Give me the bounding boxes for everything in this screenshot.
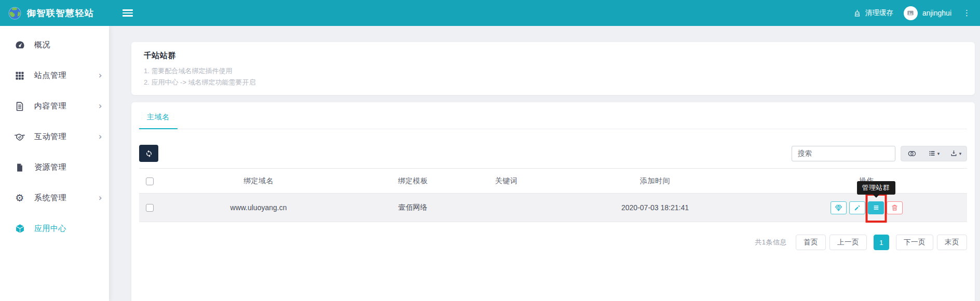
row-actions: 管理站群 [766,194,967,222]
row-checkbox[interactable] [146,204,154,212]
cell-added: 2020-07-03 18:21:41 [544,194,766,222]
intro-note-2: 2. 应用中心 -> 域名绑定功能需要开启 [144,77,962,88]
sidebar-item-appcenter[interactable]: 应用中心 [0,213,109,244]
sidebar-item-interaction[interactable]: 互动管理 › [0,121,109,152]
chevron-right-icon: › [99,194,102,202]
topbar-right: 清理缓存 anjinghui ⋮ [853,6,980,20]
avatar [904,6,918,20]
broom-icon [853,9,862,18]
kebab-menu-icon[interactable]: ⋮ [962,9,972,17]
tooltip: 管理站群 [857,181,895,195]
export-button[interactable]: ▾ [945,146,967,161]
clear-cache-button[interactable]: 清理缓存 [853,8,893,18]
sidebar-item-label: 资源管理 [34,162,66,172]
columns-icon [928,149,936,157]
pagination-prev-button[interactable]: 上一页 [829,235,867,250]
delete-action-button[interactable] [887,201,903,214]
globe-logo-icon [8,6,22,20]
grid-icon [14,70,25,81]
caret-down-icon: ▾ [959,151,962,156]
domains-table: 绑定域名 绑定模板 关键词 添加时间 操作 www.uluoyang.cn 壹佰… [139,168,967,222]
gem-action-button[interactable] [831,201,847,214]
pencil-icon [853,204,861,212]
list-icon [872,203,880,212]
cell-domain: www.uluoyang.cn [160,194,357,222]
table-row: www.uluoyang.cn 壹佰网络 2020-07-03 18:21:41 [139,194,967,222]
sidebar-item-label: 站点管理 [34,71,66,80]
document-icon [14,101,25,112]
pagination-info: 共1条信息 [755,238,787,247]
handshake-icon [14,131,25,143]
col-added: 添加时间 [544,169,766,194]
gear-icon: ⚙ [14,193,25,204]
table-panel: 主域名 [131,102,975,301]
sidebar-item-label: 内容管理 [34,101,66,111]
table-header-row: 绑定域名 绑定模板 关键词 添加时间 操作 [139,169,967,194]
user-menu[interactable]: anjinghui [904,6,951,20]
pagination-next-button[interactable]: 下一页 [896,235,933,250]
sidebar-item-label: 系统管理 [34,193,66,203]
chevron-right-icon: › [99,71,102,80]
select-all-checkbox[interactable] [146,177,154,185]
tab-main-domain[interactable]: 主域名 [139,111,178,129]
page-title: 千站站群 [144,51,962,61]
pagination-first-button[interactable]: 首页 [796,235,826,250]
refresh-icon [145,149,153,158]
gem-icon [834,203,843,212]
search-input[interactable] [792,146,895,161]
top-bar: 御智联智慧轻站 清理缓存 anjinghui ⋮ [0,0,980,26]
download-icon [950,149,958,157]
username: anjinghui [922,9,951,17]
toggle-icon [906,149,918,158]
tab-bar: 主域名 [139,102,967,129]
dashboard-icon [14,39,25,51]
app-title: 御智联智慧轻站 [27,7,94,19]
chevron-right-icon: › [99,102,102,111]
cell-keyword [469,194,544,222]
col-keyword: 关键词 [469,169,544,194]
manage-wrap: 管理站群 [868,201,884,214]
sidebar-item-overview[interactable]: 概况 [0,30,109,60]
pagination: 共1条信息 首页 上一页 1 下一页 末页 [139,235,967,261]
intro-card: 千站站群 1. 需要配合域名绑定插件使用 2. 应用中心 -> 域名绑定功能需要… [131,42,975,95]
manage-cluster-button[interactable] [868,201,884,214]
sidebar-item-content[interactable]: 内容管理 › [0,91,109,121]
columns-button[interactable]: ▾ [923,146,945,161]
table-tools-group: ▾ ▾ [901,146,967,161]
intro-note-1: 1. 需要配合域名绑定插件使用 [144,65,962,77]
pagination-last-button[interactable]: 末页 [937,235,967,250]
chevron-right-icon: › [99,132,102,141]
main-content: 千站站群 1. 需要配合域名绑定插件使用 2. 应用中心 -> 域名绑定功能需要… [109,26,980,301]
file-icon [14,162,25,173]
brand: 御智联智慧轻站 [0,6,109,20]
edit-action-button[interactable] [849,201,865,214]
refresh-button[interactable] [139,145,158,162]
clear-cache-label: 清理缓存 [865,8,893,18]
hamburger-menu-icon[interactable] [122,9,133,17]
cube-icon [14,223,25,235]
sidebar-item-label: 概况 [34,40,50,50]
toolbar-right: ▾ ▾ [792,146,967,161]
trash-icon [891,204,899,212]
sidebar-item-resources[interactable]: 资源管理 [0,152,109,183]
caret-down-icon: ▾ [937,151,940,156]
toggle-view-button[interactable] [901,146,923,161]
sidebar-item-label: 互动管理 [34,132,66,142]
col-domain: 绑定域名 [160,169,357,194]
cell-template: 壹佰网络 [357,194,469,222]
sidebar-item-system[interactable]: ⚙ 系统管理 › [0,183,109,213]
sidebar: 概况 站点管理 › 内容管理 › [0,26,109,301]
col-template: 绑定模板 [357,169,469,194]
sidebar-item-sites[interactable]: 站点管理 › [0,60,109,91]
sidebar-item-label: 应用中心 [34,224,66,234]
toolbar: ▾ ▾ [139,145,967,162]
pagination-page-1-button[interactable]: 1 [874,235,889,250]
